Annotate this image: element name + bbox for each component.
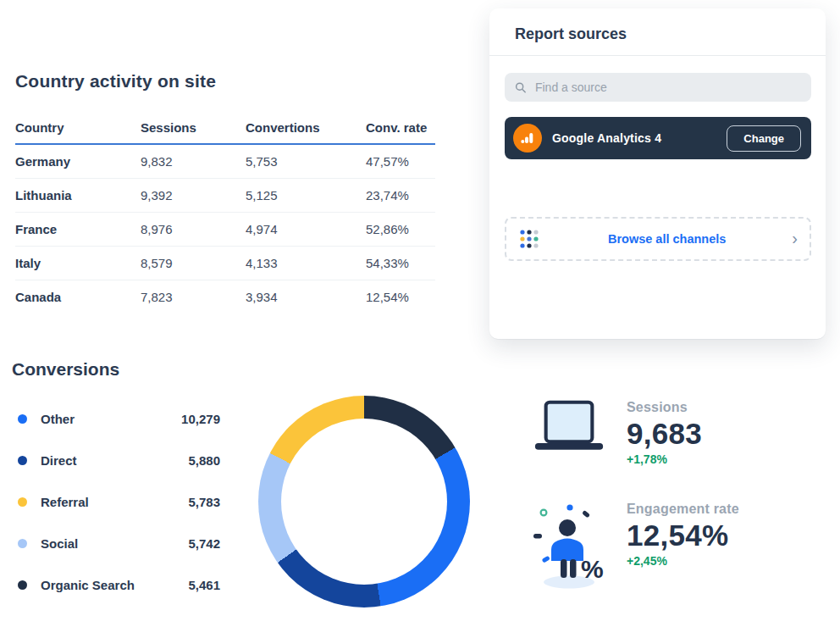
legend-value: 5,461: [188, 578, 220, 592]
country-activity-title: Country activity on site: [15, 71, 435, 92]
sessions-delta: +1,78%: [627, 452, 702, 466]
legend-item: Organic Search5,461: [12, 564, 220, 606]
country-activity-table: Country Sessions Convertions Conv. rate …: [15, 115, 435, 313]
cell-value: 7,823: [141, 280, 246, 314]
engagement-label: Engagement rate: [627, 502, 739, 517]
cell-value: 52,86%: [366, 213, 435, 247]
legend-value: 5,742: [188, 536, 220, 551]
col-header-convertions: Convertions: [246, 115, 366, 144]
channels-grid-icon: [518, 228, 542, 250]
svg-text:%: %: [581, 555, 604, 583]
google-analytics-source-card: Google Analytics 4 Change: [505, 117, 811, 159]
cell-value: 4,133: [246, 247, 366, 280]
col-header-country: Country: [15, 115, 141, 144]
legend-value: 5,880: [188, 453, 220, 468]
cell-value: 23,74%: [366, 179, 435, 213]
engagement-stat-text: Engagement rate 12,54% +2,45%: [627, 502, 739, 568]
col-header-conv-rate: Conv. rate: [366, 115, 435, 144]
engagement-delta: +2,45%: [627, 554, 739, 568]
laptop-icon: [530, 400, 608, 452]
sessions-stat: Sessions 9,683 +1,78%: [530, 400, 702, 466]
legend-dot-icon: [18, 497, 27, 507]
cell-value: 8,976: [141, 213, 246, 247]
table-row: Canada7,8233,93412,54%: [15, 280, 435, 314]
report-sources-card: Report sources Google Analytics 4 Change: [489, 8, 826, 339]
engagement-value: 12,54%: [627, 519, 739, 552]
cell-value: 5,125: [246, 179, 366, 213]
legend-label: Other: [41, 412, 75, 426]
sessions-label: Sessions: [627, 400, 702, 415]
legend-label: Referral: [41, 495, 89, 509]
engagement-rate-stat: % Engagement rate 12,54% +2,45%: [530, 502, 739, 593]
legend-dot-icon: [18, 414, 27, 424]
google-analytics-icon: [513, 124, 542, 153]
sessions-stat-text: Sessions 9,683 +1,78%: [627, 400, 702, 466]
cell-value: 4,974: [246, 213, 366, 247]
legend-label: Direct: [41, 453, 77, 468]
browse-all-channels-button[interactable]: Browse all channels ›: [505, 217, 811, 261]
cell-country: Italy: [15, 247, 141, 280]
col-header-sessions: Sessions: [141, 115, 246, 144]
legend-value: 5,783: [188, 495, 220, 509]
cell-value: 12,54%: [366, 280, 435, 314]
legend-dot-icon: [18, 539, 27, 548]
cell-country: Germany: [15, 144, 141, 179]
source-name: Google Analytics 4: [552, 131, 661, 145]
table-row: Lithuania9,3925,12523,74%: [15, 179, 435, 213]
conversions-donut-chart: [258, 396, 470, 607]
cell-value: 5,753: [246, 144, 366, 179]
cell-country: France: [15, 213, 141, 247]
table-row: Italy8,5794,13354,33%: [15, 247, 435, 280]
dashboard: Country activity on site Country Session…: [0, 0, 840, 638]
cell-value: 9,392: [141, 179, 246, 213]
legend-value: 10,279: [181, 412, 220, 426]
find-source-search[interactable]: [505, 73, 811, 102]
search-icon: [515, 81, 527, 94]
donut-hole: [281, 419, 447, 585]
table-row: Germany9,8325,75347,57%: [15, 144, 435, 179]
chevron-right-icon: ›: [792, 230, 798, 247]
legend-item: Other10,279: [12, 398, 220, 440]
browse-all-channels-label: Browse all channels: [542, 232, 792, 246]
cell-value: 9,832: [141, 144, 246, 179]
engagement-user-icon: %: [530, 502, 608, 593]
report-sources-title: Report sources: [489, 8, 826, 55]
divider: [489, 55, 826, 56]
conversions-title: Conversions: [12, 359, 119, 380]
cell-value: 3,934: [246, 280, 366, 314]
cell-value: 8,579: [141, 247, 246, 280]
cell-country: Canada: [15, 280, 141, 314]
legend-item: Social5,742: [12, 523, 220, 564]
search-input[interactable]: [535, 80, 801, 94]
legend-dot-icon: [18, 580, 27, 590]
cell-value: 54,33%: [366, 247, 435, 280]
legend-dot-icon: [18, 456, 27, 465]
legend-item: Direct5,880: [12, 440, 220, 481]
table-header-row: Country Sessions Convertions Conv. rate: [15, 115, 435, 144]
country-activity-section: Country activity on site Country Session…: [15, 71, 435, 313]
legend-item: Referral5,783: [12, 481, 220, 523]
conversions-legend: Other10,279Direct5,880Referral5,783Socia…: [12, 398, 220, 606]
cell-country: Lithuania: [15, 179, 141, 213]
change-source-button[interactable]: Change: [727, 125, 801, 152]
legend-label: Organic Search: [41, 578, 135, 592]
legend-label: Social: [41, 536, 78, 551]
cell-value: 47,57%: [366, 144, 435, 179]
sessions-value: 9,683: [627, 417, 702, 451]
table-row: France8,9764,97452,86%: [15, 213, 435, 247]
